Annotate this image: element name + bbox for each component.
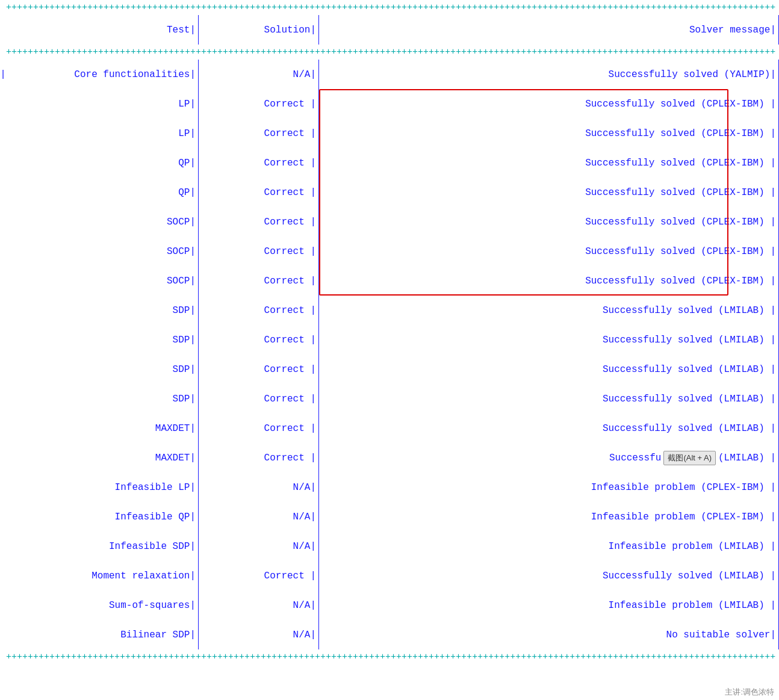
table-row: MAXDET| Correct | Successfully solved (L…	[0, 413, 779, 443]
table-row: QP| Correct | Successfully solved (CPLEX…	[0, 178, 779, 207]
table-row: SDP| Correct | Successfully solved (LMIL…	[0, 296, 779, 325]
cell-message: Successfully solved (LMILAB) |	[319, 325, 779, 355]
cell-test: Sum-of-squares|	[6, 590, 199, 620]
cell-test: MAXDET|	[6, 413, 199, 443]
cell-test: LP|	[6, 89, 199, 119]
cell-solution: N/A|	[199, 502, 319, 531]
table-row: SOCP| Correct | Successfully solved (CPL…	[0, 237, 779, 266]
cell-message: Successfully solved (CPLEX-IBM) |	[319, 207, 779, 237]
cell-solution: N/A|	[199, 620, 319, 649]
cell-solution: Correct |	[199, 119, 319, 148]
bottom-divider: ++++++++++++++++++++++++++++++++++++++++…	[0, 649, 779, 664]
table-row: LP| Correct | Successfully solved (CPLEX…	[0, 89, 779, 119]
table-row: Infeasible QP| N/A| Infeasible problem (…	[0, 502, 779, 531]
table-row: MAXDET| Correct | Successfu截图(Alt + A)(L…	[0, 443, 779, 472]
cell-message: Infeasible problem (CPLEX-IBM) |	[319, 472, 779, 502]
cell-test: MAXDET|	[6, 443, 199, 472]
cell-solution: Correct |	[199, 89, 319, 119]
cell-message: Successfully solved (CPLEX-IBM) |	[319, 266, 779, 296]
cell-message-tooltip: Successfu截图(Alt + A)(LMILAB) |	[319, 443, 779, 472]
table-row: Infeasible LP| N/A| Infeasible problem (…	[0, 472, 779, 502]
cell-message: Successfully solved (CPLEX-IBM) |	[319, 178, 779, 207]
cell-solution: N/A|	[199, 472, 319, 502]
cell-message: Infeasible problem (LMILAB) |	[319, 531, 779, 561]
cell-test: QP|	[6, 148, 199, 178]
cell-solution: N/A|	[199, 531, 319, 561]
cell-message: Successfully solved (LMILAB) |	[319, 296, 779, 325]
main-container: ++++++++++++++++++++++++++++++++++++++++…	[0, 0, 779, 700]
cell-solution: N/A|	[199, 590, 319, 620]
table-row: SDP| Correct | Successfully solved (LMIL…	[0, 325, 779, 355]
cell-message: Infeasible problem (CPLEX-IBM) |	[319, 502, 779, 531]
cell-solution: Correct |	[199, 237, 319, 266]
header-solution: Solution|	[199, 15, 319, 45]
cell-message: Successfully solved (CPLEX-IBM) |	[319, 148, 779, 178]
cell-test: SDP|	[6, 296, 199, 325]
cell-solution: N/A|	[199, 60, 319, 89]
cell-message: Successfully solved (YALMIP)|	[319, 60, 779, 89]
cell-message: Successfully solved (LMILAB) |	[319, 355, 779, 384]
table-row: Moment relaxation| Correct | Successfull…	[0, 561, 779, 590]
cell-test: LP|	[6, 119, 199, 148]
table-row: SOCP| Correct | Successfully solved (CPL…	[0, 207, 779, 237]
table-row: Bilinear SDP| N/A| No suitable solver|	[0, 620, 779, 649]
cell-test: SDP|	[6, 355, 199, 384]
cell-solution: Correct |	[199, 207, 319, 237]
cell-test: SDP|	[6, 384, 199, 413]
header-left-bar	[0, 15, 6, 45]
cell-test: SDP|	[6, 325, 199, 355]
table-row: | Core functionalities| N/A| Successfull…	[0, 60, 779, 89]
cell-solution: Correct |	[199, 413, 319, 443]
cell-message: Successfully solved (LMILAB) |	[319, 413, 779, 443]
cell-solution: Correct |	[199, 148, 319, 178]
cell-message: Successfully solved (CPLEX-IBM) |	[319, 119, 779, 148]
table-row: Sum-of-squares| N/A| Infeasible problem …	[0, 590, 779, 620]
cell-solution: Correct |	[199, 325, 319, 355]
cell-test: SOCP|	[6, 207, 199, 237]
top-divider: ++++++++++++++++++++++++++++++++++++++++…	[0, 0, 779, 15]
watermark: 主讲:调色浓特	[720, 684, 779, 700]
table-row: SDP| Correct | Successfully solved (LMIL…	[0, 384, 779, 413]
cell-solution: Correct |	[199, 561, 319, 590]
cell-solution: Correct |	[199, 384, 319, 413]
cell-solution: Correct |	[199, 355, 319, 384]
cell-test: Moment relaxation|	[6, 561, 199, 590]
header-message: Solver message|	[319, 15, 779, 45]
table-row: QP| Correct | Successfully solved (CPLEX…	[0, 148, 779, 178]
cell-message: Successfully solved (LMILAB) |	[319, 561, 779, 590]
cell-solution: Correct |	[199, 178, 319, 207]
cell-message: Successfully solved (LMILAB) |	[319, 384, 779, 413]
cell-message: Infeasible problem (LMILAB) |	[319, 590, 779, 620]
header-row: Test| Solution| Solver message|	[0, 15, 779, 45]
cell-test: Infeasible QP|	[6, 502, 199, 531]
cell-solution: Correct |	[199, 266, 319, 296]
screenshot-tooltip[interactable]: 截图(Alt + A)	[663, 451, 716, 465]
cell-test: QP|	[6, 178, 199, 207]
cell-message: Successfully solved (CPLEX-IBM) |	[319, 89, 779, 119]
header-test: Test|	[6, 15, 199, 45]
cell-test: Infeasible SDP|	[6, 531, 199, 561]
rows-container: | Core functionalities| N/A| Successfull…	[0, 60, 779, 649]
table-row: Infeasible SDP| N/A| Infeasible problem …	[0, 531, 779, 561]
cell-solution: Correct |	[199, 296, 319, 325]
table-row: SOCP| Correct | Successfully solved (CPL…	[0, 266, 779, 296]
cell-test: Bilinear SDP|	[6, 620, 199, 649]
cell-message: Successfully solved (CPLEX-IBM) |	[319, 237, 779, 266]
cell-solution: Correct |	[199, 443, 319, 472]
cell-test: SOCP|	[6, 266, 199, 296]
cell-message: No suitable solver|	[319, 620, 779, 649]
cell-test: Core functionalities|	[6, 60, 199, 89]
cell-test: SOCP|	[6, 237, 199, 266]
cell-test: Infeasible LP|	[6, 472, 199, 502]
table-row: SDP| Correct | Successfully solved (LMIL…	[0, 355, 779, 384]
mid-divider: ++++++++++++++++++++++++++++++++++++++++…	[0, 45, 779, 60]
table-row: LP| Correct | Successfully solved (CPLEX…	[0, 119, 779, 148]
